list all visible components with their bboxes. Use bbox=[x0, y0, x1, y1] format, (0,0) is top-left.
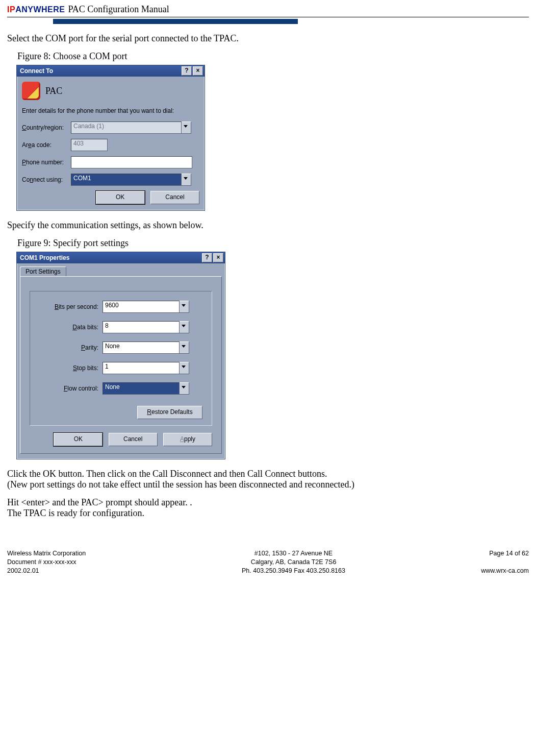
logo-rest: ANYWHERE bbox=[15, 5, 65, 14]
instruction-paragraph-a: Click the OK button. Then click on the C… bbox=[7, 469, 529, 479]
chevron-down-icon[interactable] bbox=[180, 362, 189, 374]
country-select[interactable]: Canada (1) bbox=[71, 121, 182, 134]
phone-number-label: Phone number: bbox=[22, 159, 71, 166]
connect-using-label: Connect using: bbox=[22, 176, 71, 183]
logo-ip: IP bbox=[7, 5, 15, 14]
chevron-down-icon[interactable] bbox=[180, 321, 189, 333]
dialog-titlebar: COM1 Properties ? × bbox=[17, 252, 225, 263]
country-label: Country/region: bbox=[22, 124, 71, 131]
header-rules bbox=[7, 17, 529, 24]
dialog-instruction: Enter details for the phone number that … bbox=[22, 107, 199, 114]
footer-phone: Ph. 403.250.3949 Fax 403.250.8163 bbox=[175, 567, 412, 575]
connection-name: PAC bbox=[45, 86, 62, 96]
footer-page: Page 14 of 62 bbox=[412, 549, 529, 558]
phone-icon bbox=[22, 82, 40, 100]
figure-8-caption: Figure 8: Choose a COM port bbox=[17, 51, 529, 62]
footer-document: Document # xxx-xxx-xxx bbox=[7, 558, 175, 567]
bits-per-second-select[interactable]: 9600 bbox=[103, 301, 180, 313]
footer-address-1: #102, 1530 - 27 Avenue NE bbox=[175, 549, 412, 558]
parity-label: Parity: bbox=[39, 344, 103, 351]
cancel-button[interactable]: Cancel bbox=[150, 191, 199, 204]
bits-per-second-label: Bits per second: bbox=[39, 303, 103, 310]
area-code-input[interactable]: 403 bbox=[71, 139, 108, 151]
help-button[interactable]: ? bbox=[202, 253, 212, 262]
chevron-down-icon[interactable] bbox=[180, 382, 189, 395]
intro-paragraph-2: Specify the communication settings, as s… bbox=[7, 220, 529, 231]
page-footer: Wireless Matrix Corporation Document # x… bbox=[7, 549, 529, 575]
figure-9-caption: Figure 9: Specify port settings bbox=[17, 238, 529, 249]
tab-port-settings[interactable]: Port Settings bbox=[20, 266, 66, 276]
area-code-label: Area code: bbox=[22, 141, 71, 149]
close-button[interactable]: × bbox=[193, 66, 203, 76]
chevron-down-icon[interactable] bbox=[180, 342, 189, 354]
data-bits-label: Data bits: bbox=[39, 324, 103, 331]
manual-title: PAC Configuration Manual bbox=[68, 4, 169, 15]
apply-button[interactable]: Apply bbox=[163, 433, 212, 446]
connect-to-dialog: Connect To ? × PAC Enter details for the… bbox=[16, 65, 205, 211]
ok-button[interactable]: OK bbox=[54, 433, 103, 446]
phone-number-input[interactable] bbox=[71, 156, 192, 168]
chevron-down-icon[interactable] bbox=[182, 121, 191, 134]
instruction-paragraph-4: Hit <enter> and the PAC> prompt should a… bbox=[7, 497, 529, 508]
flow-control-select[interactable]: None bbox=[103, 382, 180, 395]
dialog-titlebar: Connect To ? × bbox=[17, 65, 205, 77]
help-button[interactable]: ? bbox=[182, 66, 192, 76]
flow-control-label: Flow control: bbox=[39, 385, 103, 392]
stop-bits-select[interactable]: 1 bbox=[103, 362, 180, 374]
cancel-button[interactable]: Cancel bbox=[109, 433, 158, 446]
footer-url: www.wrx-ca.com bbox=[412, 567, 529, 575]
footer-company: Wireless Matrix Corporation bbox=[7, 549, 175, 558]
data-bits-select[interactable]: 8 bbox=[103, 321, 180, 333]
connect-using-select[interactable]: COM1 bbox=[71, 174, 182, 186]
footer-address-2: Calgary, AB, Canada T2E 7S6 bbox=[175, 558, 412, 567]
ok-button[interactable]: OK bbox=[96, 191, 145, 204]
instruction-paragraph-b: (New port settings do not take effect un… bbox=[7, 479, 529, 490]
dialog-title: Connect To bbox=[20, 67, 53, 75]
stop-bits-label: Stop bits: bbox=[39, 364, 103, 372]
restore-defaults-button[interactable]: Restore Defaults bbox=[137, 406, 202, 419]
dialog-title: COM1 Properties bbox=[20, 254, 69, 261]
intro-paragraph-1: Select the COM port for the serial port … bbox=[7, 33, 529, 44]
logo: IPANYWHERE bbox=[7, 5, 65, 14]
chevron-down-icon[interactable] bbox=[180, 301, 189, 313]
chevron-down-icon[interactable] bbox=[182, 174, 191, 186]
footer-date: 2002.02.01 bbox=[7, 567, 175, 575]
instruction-paragraph-5: The TPAC is ready for configuration. bbox=[7, 508, 529, 519]
parity-select[interactable]: None bbox=[103, 342, 180, 354]
close-button[interactable]: × bbox=[213, 253, 223, 262]
page-header: IPANYWHERE PAC Configuration Manual bbox=[7, 4, 529, 15]
com1-properties-dialog: COM1 Properties ? × Port Settings Bits p… bbox=[16, 252, 225, 459]
